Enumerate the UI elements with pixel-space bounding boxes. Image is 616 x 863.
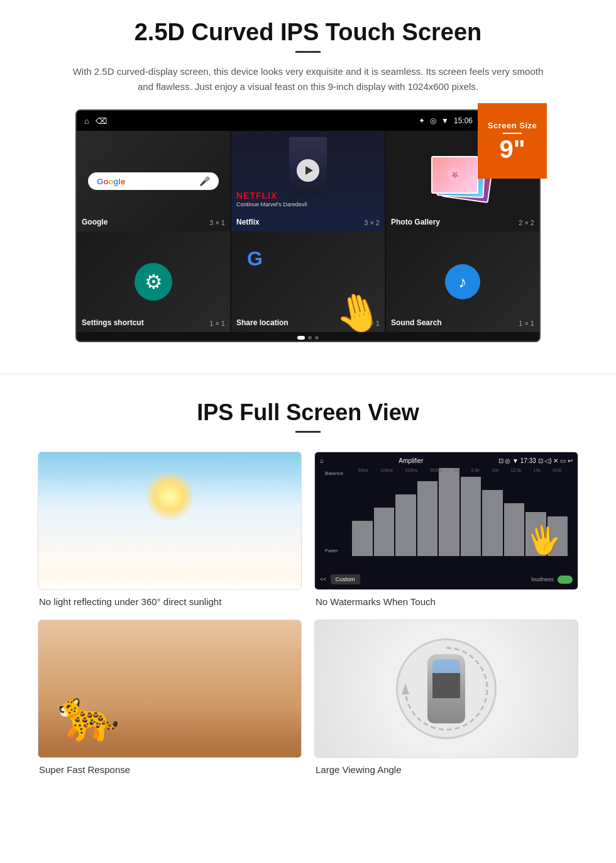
eq-bar-4: [417, 481, 438, 556]
sky-scene: [38, 452, 301, 589]
eq-title-bar: ⌂ Amplifier ⊡ ◎ ▼ 17:33 ⊡ ◁) ✕ ▭ ↩: [320, 457, 573, 464]
netflix-logo: NETFLIX: [236, 191, 277, 201]
netflix-play-button[interactable]: [297, 159, 319, 182]
google-label: Google: [82, 218, 107, 226]
google-search-bar[interactable]: Google 🎤: [88, 172, 218, 190]
eq-bar-1: [352, 521, 373, 556]
eq-bars: 60Hz 100Hz 200Hz 500Hz 1k 2.5k 10k 12.5k…: [352, 468, 568, 556]
screen-size-value: 9": [499, 136, 525, 162]
feature-fast-response: 🐆 Super Fast Response: [38, 620, 302, 775]
app-cell-sound[interactable]: ♪ Sound Search 1 × 1: [386, 231, 539, 332]
car-top-view: [427, 654, 465, 723]
netflix-subtitle: Continue Marvel's Daredevil: [236, 201, 307, 208]
wifi-icon: ▼: [441, 116, 449, 125]
app-grid-row2: ⚙ Settings shortcut 1 × 1 G 🤚 Share loca…: [77, 231, 539, 332]
gallery-label: Photo Gallery: [391, 218, 440, 226]
cheetah-image: 🐆: [38, 620, 302, 758]
mic-icon[interactable]: 🎤: [199, 176, 210, 186]
dot-2: [308, 336, 312, 340]
hand-touch-icon: 🤚: [329, 286, 385, 332]
section-ips-view: IPS Full Screen View No light reflecting…: [0, 393, 616, 800]
status-left: ⌂ ⌫: [84, 116, 107, 126]
section1-description: With 2.5D curved-display screen, this de…: [72, 64, 544, 94]
home-icon[interactable]: ⌂: [84, 116, 89, 126]
eq-toggle[interactable]: [558, 576, 573, 584]
google-size: 3 × 1: [209, 219, 225, 226]
watermarks-label: No Watermarks When Touch: [314, 596, 578, 607]
eq-title: Amplifier: [399, 457, 423, 464]
bluetooth-icon: ✦: [419, 116, 425, 125]
feature-watermarks: ⌂ Amplifier ⊡ ◎ ▼ 17:33 ⊡ ◁) ✕ ▭ ↩ Balan…: [314, 452, 578, 607]
screen-size-badge: Screen Size 9": [478, 103, 547, 179]
android-screen: ⌂ ⌫ ✦ ◎ ▼ 15:06 ⊡ ◁) ✕ ▭ ↩: [75, 109, 541, 342]
section1-title: 2.5D Curved IPS Touch Screen: [38, 19, 578, 46]
sound-search-icon[interactable]: ♪: [445, 264, 480, 299]
eq-screen: ⌂ Amplifier ⊡ ◎ ▼ 17:33 ⊡ ◁) ✕ ▭ ↩ Balan…: [315, 452, 578, 589]
eq-nav-left: <<: [320, 576, 327, 582]
eq-bar-5: [439, 468, 459, 556]
title-underline: [295, 51, 321, 53]
eq-labels-left: Balance Fader: [325, 468, 350, 556]
pagination-dots: [77, 332, 539, 341]
fast-response-label: Super Fast Response: [38, 764, 302, 775]
eq-bar-6: [461, 477, 481, 556]
netflix-size: 3 × 2: [364, 219, 380, 226]
app-cell-netflix[interactable]: NETFLIX Continue Marvel's Daredevil Netf…: [231, 131, 385, 231]
google-logo: Google: [97, 177, 125, 186]
app-cell-google[interactable]: Google 🎤 Google 3 × 1: [77, 131, 230, 231]
badge-underline: [503, 133, 522, 134]
location-icon: ◎: [430, 116, 436, 125]
section-divider: [0, 374, 616, 374]
eq-bottom-bar: << Custom loudness: [320, 574, 573, 584]
car-roof: [432, 673, 460, 698]
dot-3: [315, 336, 319, 340]
cheetah-emoji: 🐆: [57, 686, 120, 745]
eq-bar-8: [504, 503, 525, 556]
dot-1: [297, 336, 305, 340]
app-cell-share[interactable]: G 🤚 Share location 1 × 1: [231, 231, 385, 332]
eq-label-fader: Fader: [325, 548, 350, 554]
sound-label: Sound Search: [391, 318, 442, 327]
gallery-size: 2 × 2: [519, 219, 534, 226]
android-screen-wrapper: Screen Size 9" ⌂ ⌫ ✦ ◎ ▼ 15:06 ⊡: [75, 109, 541, 342]
share-label: Share location: [236, 318, 289, 327]
clock: 15:06: [454, 116, 473, 125]
maps-g-letter: G: [247, 247, 263, 270]
app-grid-row1: Google 🎤 Google 3 × 1 NETFLIX: [77, 131, 539, 231]
section2-underline: [295, 431, 321, 433]
maps-g-logo: G: [247, 247, 263, 270]
settings-gear-icon[interactable]: ⚙: [135, 263, 172, 301]
eq-freq-labels: 60Hz 100Hz 200Hz 500Hz 1k 2.5k 10k 12.5k…: [352, 468, 568, 472]
screen-size-label: Screen Size: [488, 121, 537, 130]
eq-bar-7: [482, 490, 503, 556]
sunlight-label: No light reflecting under 360° direct su…: [38, 596, 302, 607]
sun-glow: [145, 471, 195, 521]
usb-icon: ⌫: [96, 116, 107, 126]
viewing-angle-label: Large Viewing Angle: [314, 764, 578, 775]
sound-size: 1 × 1: [519, 320, 534, 327]
section2-title: IPS Full Screen View: [38, 399, 578, 426]
feature-viewing-angle: Large Viewing Angle: [314, 620, 578, 775]
status-bar: ⌂ ⌫ ✦ ◎ ▼ 15:06 ⊡ ◁) ✕ ▭ ↩: [77, 111, 539, 131]
netflix-label: Netflix: [236, 218, 260, 226]
eq-hand-icon: 🖐: [524, 521, 564, 559]
section-curved-screen: 2.5D Curved IPS Touch Screen With 2.5D c…: [0, 0, 616, 355]
feature-sunlight: No light reflecting under 360° direct su…: [38, 452, 302, 607]
sky-fade: [38, 552, 301, 589]
eq-bars-area: Balance Fader 60Hz 100Hz 200Hz 500Hz 1k …: [320, 468, 573, 556]
eq-image: ⌂ Amplifier ⊡ ◎ ▼ 17:33 ⊡ ◁) ✕ ▭ ↩ Balan…: [314, 452, 578, 590]
eq-icons: ⊡ ◎ ▼ 17:33 ⊡ ◁) ✕ ▭ ↩: [498, 457, 573, 464]
car-rotation-circle: [396, 638, 497, 739]
eq-loudness-label: loudness: [531, 576, 554, 582]
settings-label: Settings shortcut: [82, 318, 144, 327]
eq-label-balance: Balance: [325, 470, 350, 476]
settings-size: 1 × 1: [209, 320, 225, 327]
car-scene: [315, 620, 578, 757]
photo-main: 🌸: [431, 156, 478, 194]
eq-custom-button[interactable]: Custom: [331, 574, 360, 584]
cheetah-scene: 🐆: [38, 620, 301, 757]
eq-home-icon: ⌂: [320, 457, 324, 464]
car-image: [314, 620, 578, 758]
sunlight-image: [38, 452, 302, 590]
app-cell-settings[interactable]: ⚙ Settings shortcut 1 × 1: [77, 231, 230, 332]
